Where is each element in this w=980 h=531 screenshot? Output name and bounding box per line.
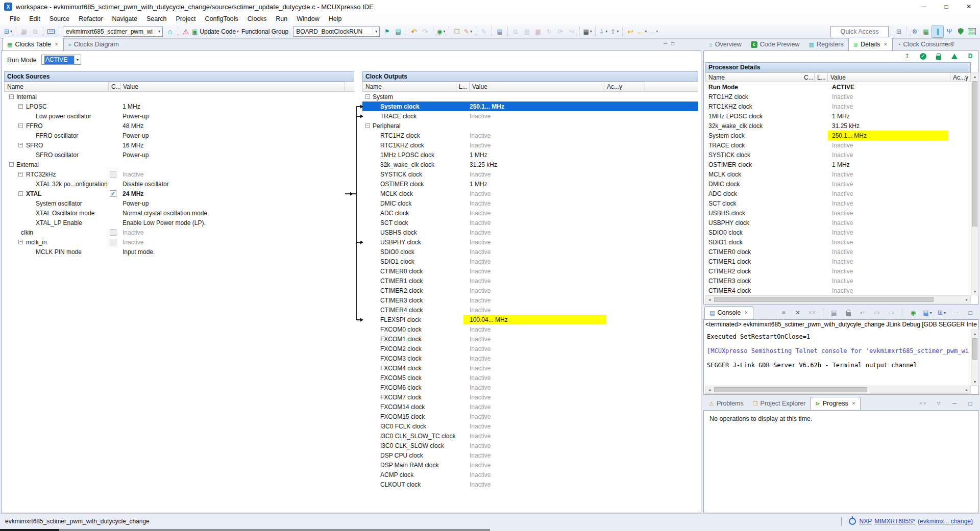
copy-build-button[interactable]: ⧉ [510,26,521,37]
close-button[interactable]: ✕ [958,0,980,13]
terminal-view-button[interactable]: ▤ [494,26,505,37]
error-marker-icon[interactable]: ⚠ [180,26,191,37]
vendor-link[interactable]: NXP [859,518,872,525]
table-row[interactable]: CTIMER1 clockInactive [705,257,971,266]
tree-row[interactable]: DMIC clockInactive [362,198,698,208]
tree-row[interactable]: FXCOM7 clockInactive [362,392,698,402]
table-row[interactable]: SDIO0 clockInactive [705,227,971,237]
maximize-view-button[interactable]: □ [965,398,976,409]
menu-search[interactable]: Search [142,15,172,22]
tree-row[interactable]: −RTC32kHzInactive [4,169,354,179]
table-row[interactable]: OSTIMER clock1 MHz [705,160,971,169]
maximize-view-button[interactable]: □ [951,41,954,46]
tab-console[interactable]: ▤Console✕ [704,306,753,319]
column-header-acy[interactable]: Ac...y [604,82,645,92]
tree-row[interactable]: SDIO1 clockInactive [362,257,698,266]
chevron-down-icon[interactable]: ▾ [156,27,162,36]
menu-file[interactable]: File [5,15,24,22]
tree-row[interactable]: FXCOM15 clockInactive [362,412,698,421]
refresh-button[interactable]: ↻ [544,26,555,37]
tree-row[interactable]: CTIMER2 clockInactive [362,286,698,295]
tab-registers[interactable]: ▥Registers [804,38,848,50]
table-row[interactable]: USBPHY clockInactive [705,218,971,227]
step-return-button[interactable]: ↪ [566,26,577,37]
table-row[interactable]: SYSTICK clockInactive [705,150,971,160]
table-row[interactable]: 32k_wake_clk clock31.25 kHz [705,121,971,131]
save-all-button[interactable]: ⧉ [30,26,41,37]
close-icon[interactable]: ✕ [852,401,856,406]
tree-row[interactable]: −XTAL✓24 MHz [4,189,354,198]
last-edit-location-button[interactable]: ↩ [625,26,636,37]
back-button[interactable]: ←▾ [636,26,647,37]
column-header-l[interactable]: L... [815,72,828,82]
tree-row[interactable]: USBHS clockInactive [362,227,698,237]
move-to-top-button[interactable]: ↥ [901,50,913,62]
tree-row[interactable]: System clock250.1... MHz [362,102,698,111]
close-icon[interactable]: ✕ [55,42,59,47]
open-perspective-button[interactable]: ⊞ [893,26,904,37]
tree-row[interactable]: I3C0 CLK_SLOW clockInactive [362,441,698,450]
console-horizontal-scrollbar[interactable]: ◂ ▸ [705,386,971,394]
table-row[interactable]: CTIMER4 clockInactive [705,286,971,295]
terminate-button[interactable]: ■ [778,307,789,318]
column-header-name[interactable]: Name [705,72,801,82]
minimize-view-button[interactable]: ─ [950,307,962,318]
tree-row[interactable]: 32k_wake_clk clock31.25 kHz [362,160,698,169]
tree-row[interactable]: System oscillatorPower-up [4,198,354,208]
scroll-up-icon[interactable]: ▴ [971,73,978,80]
scroll-right-icon[interactable]: ▸ [963,386,970,393]
tree-row[interactable]: −SFRO16 MHz [4,140,354,150]
table-row[interactable]: RTC1HZ clockInactive [705,92,971,102]
collapse-icon[interactable]: − [9,94,14,99]
table-row[interactable]: 1MHz LPOSC clock1 MHz [705,111,971,121]
clocks-perspective-button[interactable]: ∥ [932,26,944,38]
scrollbar-thumb[interactable] [714,387,867,392]
close-icon[interactable]: ✕ [884,42,888,47]
download-button[interactable]: ⇩▾ [598,26,609,37]
tree-row[interactable]: I3C0 CLK_SLOW_TC clockInactive [362,431,698,441]
scroll-down-icon[interactable]: ▾ [971,288,978,295]
tab-details[interactable]: ≣Details✕ [848,38,893,50]
develop-perspective-button[interactable]: ▦ [920,26,932,37]
flash-tool-button[interactable]: ✎▾ [462,26,474,37]
letter-d-button[interactable]: D [965,50,976,62]
scrollbar-thumb[interactable] [714,297,934,302]
tree-row[interactable]: RTC1HZ clockInactive [362,131,698,140]
tree-row[interactable]: SYSTICK clockInactive [362,169,698,179]
tree-row[interactable]: RTC1KHZ clockInactive [362,140,698,150]
warnings-button[interactable] [949,50,960,62]
details-view-button[interactable]: ▤ [393,26,404,37]
chip-programmer-button[interactable]: ▦▾ [582,26,593,37]
tree-row[interactable]: XTAL Oscillator modeNormal crystal oscil… [4,208,354,218]
tree-row[interactable]: −Peripheral [362,121,698,131]
new-wizard-button[interactable]: ⊞▾ [3,26,14,37]
collapse-icon[interactable]: − [365,123,370,128]
tree-row[interactable]: FFRO oscillatorPower-up [4,131,354,140]
menu-project[interactable]: Project [172,15,201,22]
tree-row[interactable]: FLEXSPI clock100.04... MHz [362,315,698,324]
checkbox[interactable]: ✓ [110,190,116,197]
scrollbar-thumb[interactable] [972,338,977,360]
show-stderr-button[interactable]: ▭ [886,307,897,318]
menu-refactor[interactable]: Refactor [74,15,107,22]
scroll-left-icon[interactable]: ◂ [706,296,713,303]
tree-row[interactable]: −System [362,92,698,102]
tree-row[interactable]: CTIMER0 clockInactive [362,266,698,276]
column-header-value[interactable]: Value [120,82,345,92]
tree-row[interactable]: DSP Main RAM clockInactive [362,460,698,470]
save-button[interactable]: ▦ [18,26,30,37]
table-row[interactable]: TRACE clockInactive [705,140,971,150]
console-vertical-scrollbar[interactable]: ▴ ▾ [971,330,979,386]
tree-row[interactable]: CTIMER4 clockInactive [362,305,698,315]
maximize-button[interactable]: □ [935,0,958,13]
word-wrap-button[interactable]: ↵ [857,307,868,318]
tree-row[interactable]: CTIMER3 clockInactive [362,295,698,305]
column-header-name[interactable]: Name [362,82,456,92]
scrollbar-thumb[interactable] [972,81,977,226]
collapse-icon[interactable]: − [9,162,14,167]
flag-button[interactable]: ⚑ [381,26,393,37]
tree-row[interactable]: −External [4,160,354,169]
close-icon[interactable]: ✕ [744,310,748,315]
memory-view-button[interactable]: ▩ [532,26,544,37]
scroll-lock-button[interactable] [843,307,854,318]
